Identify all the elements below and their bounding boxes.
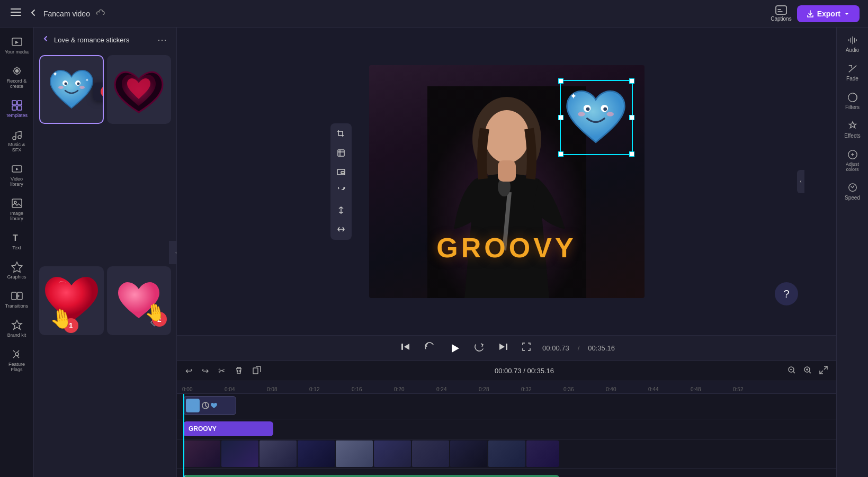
right-tool-filters[interactable]: Filters — [839, 89, 866, 113]
sticker-mini-icon — [186, 399, 200, 412]
sidebar-item-video-library[interactable]: Video library — [2, 159, 32, 191]
menu-button[interactable] — [8, 5, 23, 22]
video-thumb-10 — [526, 440, 559, 467]
timeline-redo-button[interactable]: ↪ — [200, 364, 211, 378]
cursor-badge-1: 1 — [64, 318, 78, 333]
captions-button[interactable]: Captions — [771, 5, 791, 22]
timeline-tracks: 0:00 0:04 0:08 0:12 0:16 0:20 0:24 0:28 … — [177, 381, 836, 477]
svg-rect-44 — [401, 344, 403, 350]
svg-rect-3 — [776, 6, 786, 14]
right-panel-collapse-button[interactable]: ‹ — [797, 170, 804, 193]
skip-back-button[interactable] — [398, 339, 413, 357]
timeline-time-display: 00:00.73 / 00:35.16 — [269, 367, 780, 375]
main-content: Your media Record &create Templates — [0, 28, 868, 477]
tracks-container: GROOVY — [177, 394, 836, 477]
svg-rect-7 — [12, 101, 16, 105]
cloud-save-icon — [95, 9, 105, 18]
sidebar-label-music-sfx: Music & SFX — [4, 142, 30, 152]
help-button[interactable]: ? — [775, 282, 798, 305]
svg-rect-46 — [253, 368, 258, 374]
timeline-ruler: 0:00 0:04 0:08 0:12 0:16 0:20 0:24 0:28 … — [177, 381, 836, 394]
skip-forward-button[interactable] — [496, 339, 511, 357]
export-button[interactable]: Export — [797, 5, 860, 22]
svg-text:T: T — [13, 233, 18, 242]
time-display: 00:00.73 — [542, 344, 569, 352]
timeline-undo-button[interactable]: ↩ — [183, 364, 194, 378]
video-thumb-1 — [183, 440, 220, 467]
selected-sticker-overlay[interactable]: ✦ — [560, 80, 633, 155]
waveform: ♪ Get going — [185, 475, 559, 478]
sticker-cell-heart-blue[interactable]: ✦ ✦ + Add to timeline — [39, 55, 104, 124]
svg-rect-45 — [506, 344, 507, 350]
audio-track-clip[interactable]: ♪ Get going — [183, 475, 559, 478]
svg-point-41 — [603, 107, 607, 111]
timeline-delete-button[interactable] — [232, 364, 245, 379]
sidebar-label-record-create: Record &create — [7, 78, 27, 89]
svg-point-20 — [15, 353, 19, 356]
sidebar-item-feature-flags[interactable]: FeatureFlags — [2, 344, 32, 376]
right-tool-audio[interactable]: Audio — [839, 32, 866, 56]
right-tool-filters-label: Filters — [845, 104, 860, 110]
rewind-button[interactable] — [422, 339, 436, 357]
sidebar-item-transitions[interactable]: Transitions — [2, 286, 32, 313]
video-thumb-5 — [336, 440, 373, 467]
play-button[interactable] — [445, 339, 464, 358]
right-tool-speed-label: Speed — [845, 195, 860, 201]
right-tool-fade[interactable]: Fade — [839, 60, 866, 85]
sticker-cell-heart-red[interactable]: 🤚 1 — [39, 266, 104, 335]
canvas-tool-rotate[interactable] — [333, 183, 350, 200]
sidebar-item-record-create[interactable]: Record &create — [2, 61, 32, 93]
canvas-tool-flip-vertical[interactable] — [333, 221, 350, 238]
ruler-tick: 0:48 — [691, 386, 733, 392]
sticker-grid: ✦ ✦ + Add to timeline — [34, 52, 176, 477]
sidebar-item-templates[interactable]: Templates — [2, 95, 32, 122]
back-button[interactable] — [29, 8, 38, 20]
timeline-duplicate-button[interactable] — [250, 364, 263, 379]
zoom-in-button[interactable] — [801, 364, 814, 379]
svg-rect-9 — [12, 106, 16, 110]
right-tool-effects-label: Effects — [844, 133, 860, 139]
canvas-tool-picture-in-picture[interactable] — [333, 164, 350, 181]
video-track-clip[interactable] — [183, 440, 559, 467]
sticker-cell-heart-pink[interactable]: ◇ 🤚 2 — [107, 266, 172, 335]
sticker-track-clip[interactable] — [183, 396, 236, 415]
sidebar-item-music-sfx[interactable]: Music & SFX — [2, 124, 32, 157]
sticker-panel-back-button[interactable] — [41, 34, 50, 45]
fullscreen-button[interactable] — [519, 339, 534, 357]
right-tool-effects[interactable]: Effects — [839, 118, 866, 142]
right-tool-speed[interactable]: Speed — [839, 179, 866, 204]
video-thumb-7 — [412, 440, 449, 467]
video-controls: 00:00.73 / 00:35.16 — [177, 335, 836, 361]
video-thumb-4 — [298, 440, 335, 467]
sticker-more-button[interactable]: ⋯ — [155, 34, 169, 46]
right-tool-adjust[interactable]: Adjustcolors — [839, 146, 866, 175]
sidebar-item-brand-kit[interactable]: Brand kit — [2, 315, 32, 342]
topbar-right: Captions Export — [437, 5, 860, 22]
timeline-expand-button[interactable] — [817, 364, 830, 379]
canvas-tool-flip-horizontal[interactable] — [333, 202, 350, 219]
playhead[interactable] — [183, 394, 184, 477]
sidebar-label-text: Text — [12, 245, 21, 250]
sidebar-item-your-media[interactable]: Your media — [2, 32, 32, 59]
sidebar-item-image-library[interactable]: Imagelibrary — [2, 193, 32, 226]
svg-rect-10 — [17, 106, 22, 110]
text-track-clip[interactable]: GROOVY — [183, 421, 273, 436]
svg-rect-0 — [11, 8, 21, 10]
forward-button[interactable] — [472, 339, 487, 357]
sidebar-item-graphics[interactable]: Graphics — [2, 257, 32, 284]
canvas-tool-crop[interactable] — [333, 125, 350, 142]
sticker-cell-heart-dark[interactable] — [107, 55, 172, 124]
text-track-label: GROOVY — [189, 425, 217, 433]
timeline-cut-button[interactable]: ✂ — [216, 364, 227, 378]
text-track: GROOVY — [177, 419, 836, 439]
panel-collapse-button[interactable]: ‹ — [169, 241, 177, 264]
zoom-out-button[interactable] — [785, 364, 798, 379]
ruler-tick: 0:28 — [479, 386, 521, 392]
ruler-tick: 0:12 — [309, 386, 352, 392]
svg-rect-8 — [17, 101, 22, 105]
sidebar-item-text[interactable]: T Text — [2, 228, 32, 255]
canvas-tool-transform[interactable] — [333, 145, 350, 161]
svg-text:✦: ✦ — [570, 91, 577, 101]
svg-rect-19 — [17, 292, 22, 300]
sticker-clip-icons — [202, 402, 218, 409]
